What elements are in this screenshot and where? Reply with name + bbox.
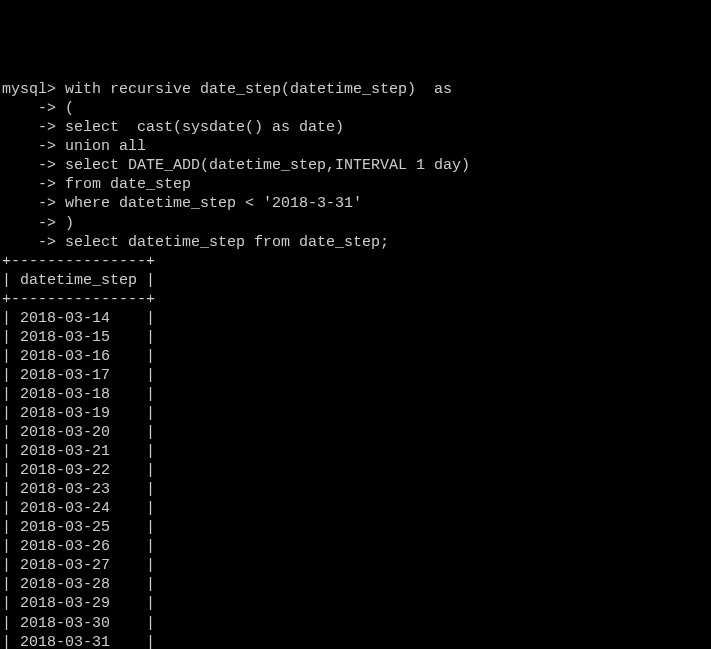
sql-line: select cast(sysdate() as date): [65, 119, 344, 136]
table-row: | 2018-03-29 |: [2, 595, 155, 612]
sql-line: with recursive date_step(datetime_step) …: [65, 81, 452, 98]
sql-line: select DATE_ADD(datetime_step,INTERVAL 1…: [65, 157, 470, 174]
prompt-continuation: ->: [2, 100, 65, 117]
prompt-continuation: ->: [2, 119, 65, 136]
prompt-continuation: ->: [2, 157, 65, 174]
prompt-continuation: ->: [2, 138, 65, 155]
sql-line: from date_step: [65, 176, 191, 193]
prompt-continuation: ->: [2, 195, 65, 212]
prompt-continuation: ->: [2, 215, 65, 232]
table-row: | 2018-03-14 |: [2, 310, 155, 327]
table-row: | 2018-03-22 |: [2, 462, 155, 479]
terminal-output: mysql> with recursive date_step(datetime…: [2, 80, 709, 649]
table-border: +---------------+: [2, 291, 155, 308]
table-row: | 2018-03-30 |: [2, 615, 155, 632]
table-row: | 2018-03-25 |: [2, 519, 155, 536]
prompt-continuation: ->: [2, 234, 65, 251]
sql-line: (: [65, 100, 74, 117]
table-row: | 2018-03-31 |: [2, 634, 155, 649]
table-row: | 2018-03-27 |: [2, 557, 155, 574]
table-row: | 2018-03-20 |: [2, 424, 155, 441]
table-row: | 2018-03-19 |: [2, 405, 155, 422]
sql-line: select datetime_step from date_step;: [65, 234, 389, 251]
table-row: | 2018-03-16 |: [2, 348, 155, 365]
table-row: | 2018-03-28 |: [2, 576, 155, 593]
sql-line: where datetime_step < '2018-3-31': [65, 195, 362, 212]
table-row: | 2018-03-23 |: [2, 481, 155, 498]
table-row: | 2018-03-15 |: [2, 329, 155, 346]
table-row: | 2018-03-17 |: [2, 367, 155, 384]
table-row: | 2018-03-26 |: [2, 538, 155, 555]
table-row: | 2018-03-21 |: [2, 443, 155, 460]
prompt: mysql>: [2, 81, 65, 98]
prompt-continuation: ->: [2, 176, 65, 193]
sql-line: ): [65, 215, 74, 232]
table-header: | datetime_step |: [2, 272, 155, 289]
table-row: | 2018-03-18 |: [2, 386, 155, 403]
table-row: | 2018-03-24 |: [2, 500, 155, 517]
sql-line: union all: [65, 138, 146, 155]
table-border: +---------------+: [2, 253, 155, 270]
